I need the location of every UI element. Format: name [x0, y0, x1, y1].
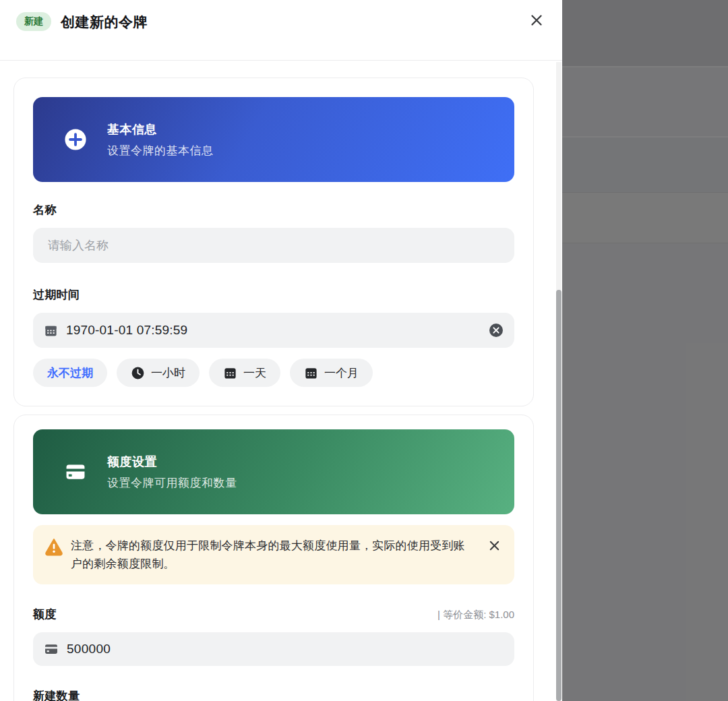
clear-date-icon[interactable] [489, 323, 504, 338]
quota-settings-banner: 额度设置 设置令牌可用额度和数量 [33, 429, 514, 514]
warning-triangle-icon [44, 537, 64, 557]
option-label: 一天 [243, 365, 266, 381]
name-input[interactable] [33, 228, 514, 263]
quota-settings-title: 额度设置 [107, 454, 237, 470]
option-label: 一个月 [324, 365, 359, 381]
drawer-header: 新建 创建新的令牌 [0, 0, 562, 61]
basic-info-title: 基本信息 [107, 121, 214, 138]
credit-card-icon [44, 642, 59, 657]
calendar-icon [304, 366, 318, 380]
calendar-icon [44, 324, 58, 338]
expiry-datetime-input[interactable]: 1970-01-01 07:59:59 [33, 313, 514, 348]
count-label: 新建数量 [33, 688, 514, 701]
expiry-label: 过期时间 [33, 287, 514, 303]
quota-value: 500000 [67, 642, 111, 657]
quota-label: 额度 [33, 607, 57, 622]
warning-text: 注意，令牌的额度仅用于限制令牌本身的最大额度使用量，实际的使用受到账户的剩余额度… [71, 537, 466, 573]
expiry-datetime-value: 1970-01-01 07:59:59 [66, 323, 187, 338]
drawer-title: 创建新的令牌 [61, 13, 148, 32]
basic-info-banner: 基本信息 设置令牌的基本信息 [33, 97, 514, 182]
dismiss-warning-icon[interactable] [488, 539, 501, 552]
quota-settings-subtitle: 设置令牌可用额度和数量 [107, 475, 237, 491]
drawer-scrollbar-thumb[interactable] [556, 290, 562, 701]
option-one-day[interactable]: 一天 [209, 359, 280, 387]
basic-info-card: 基本信息 设置令牌的基本信息 名称 过期时间 [13, 78, 534, 406]
option-never-expire[interactable]: 永不过期 [33, 359, 107, 387]
option-label: 一小时 [151, 365, 185, 381]
close-icon[interactable] [527, 11, 546, 30]
name-label: 名称 [33, 202, 514, 218]
create-token-drawer: 新建 创建新的令牌 基本信息 设置令牌的基本信息 [0, 0, 562, 701]
quota-input[interactable]: 500000 [33, 632, 514, 666]
credit-card-icon [64, 460, 87, 483]
option-one-hour[interactable]: 一小时 [117, 359, 200, 387]
quota-settings-card: 额度设置 设置令牌可用额度和数量 注意，令牌的额度仅用于限制令牌本身的最大额度使… [13, 415, 534, 701]
drawer-body: 基本信息 设置令牌的基本信息 名称 过期时间 [0, 61, 562, 701]
option-one-month[interactable]: 一个月 [290, 359, 373, 387]
basic-info-subtitle: 设置令牌的基本信息 [107, 143, 214, 158]
expiry-quick-options: 永不过期 一小时 [33, 359, 514, 387]
quota-warning-banner: 注意，令牌的额度仅用于限制令牌本身的最大额度使用量，实际的使用受到账户的剩余额度… [33, 525, 514, 584]
plus-circle-icon [64, 128, 87, 151]
quota-label-row: 额度 | 等价金额: $1.00 [33, 607, 514, 622]
equivalent-amount: | 等价金额: $1.00 [437, 609, 514, 621]
calendar-icon [223, 366, 237, 380]
clock-icon [131, 366, 145, 380]
new-badge: 新建 [16, 12, 51, 31]
option-label: 永不过期 [47, 365, 93, 381]
